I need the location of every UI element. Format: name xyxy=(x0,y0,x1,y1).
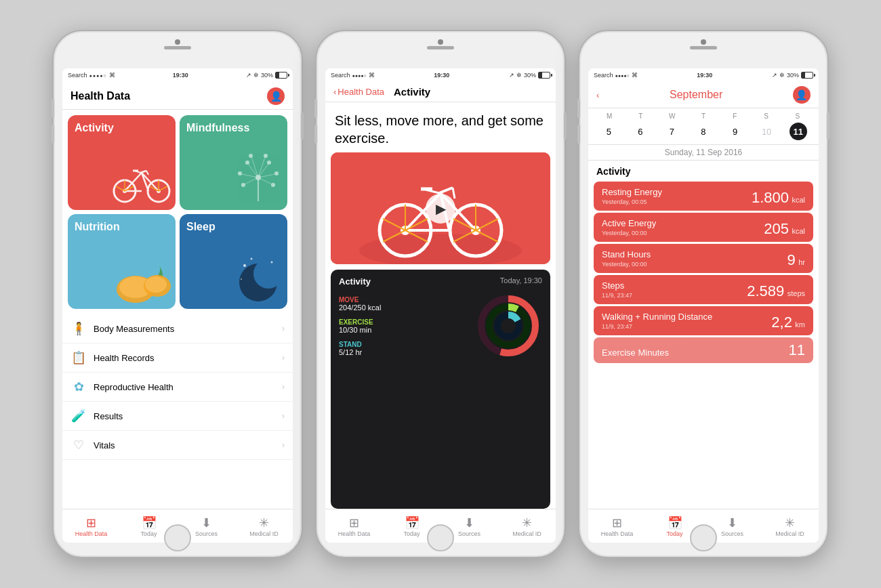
bt-icon-2: ✲ xyxy=(516,72,522,79)
tile-sleep-label: Sleep xyxy=(186,221,281,233)
nav-medical-label-2: Medical ID xyxy=(512,530,541,537)
chevron-records: › xyxy=(282,353,285,362)
back-label-2: Search xyxy=(331,72,350,79)
svg-line-15 xyxy=(116,186,125,191)
signal-dots-1: ●●●●○ xyxy=(89,73,107,78)
stat-stand-sub: Yesterday, 00:00 xyxy=(602,261,651,268)
nav-health-label-1: Health Data xyxy=(75,530,108,537)
menu-item-body[interactable]: 🧍 Body Measurements › xyxy=(62,314,293,343)
stats-list: Resting Energy Yesterday, 00:05 1.800 kc… xyxy=(588,180,819,509)
power-btn-3 xyxy=(827,112,829,140)
calendar-month: September xyxy=(670,89,722,101)
nav-medical-icon-3: ✳ xyxy=(785,517,795,529)
tile-nutrition[interactable]: Nutrition xyxy=(68,214,176,309)
back-button-3[interactable]: ‹ xyxy=(596,90,599,100)
nav-medical-icon-2: ✳ xyxy=(522,517,532,529)
wifi-icon-2: ⌘ xyxy=(369,72,375,79)
menu-item-vitals[interactable]: ♡ Vitals › xyxy=(62,431,293,460)
cal-day-6[interactable]: 6 xyxy=(632,123,649,140)
power-btn-2 xyxy=(564,112,567,140)
chevron-body: › xyxy=(282,324,285,333)
stat-walking-sub: 11/9, 23:47 xyxy=(602,323,712,330)
nav-today-label-3: Today xyxy=(666,530,682,537)
phone-3: Search ●●●●○ ⌘ 19:30 ↗ ✲ 30% ‹ September… xyxy=(578,30,829,558)
stat-active-big: 205 xyxy=(764,220,789,237)
body-icon: 🧍 xyxy=(70,321,87,336)
video-thumbnail[interactable]: ▶ xyxy=(331,152,550,264)
cal-day-5[interactable]: 5 xyxy=(600,123,617,140)
nav-sources-icon-1: ⬇ xyxy=(201,517,211,529)
signal-dots-2: ●●●●○ xyxy=(352,73,367,78)
cal-day-11[interactable]: 11 xyxy=(790,123,807,140)
cal-day-8[interactable]: 8 xyxy=(695,123,712,140)
stat-resting-value-area: 1.800 kcal xyxy=(752,190,805,205)
battery-icon-2 xyxy=(538,72,550,79)
home-button-1[interactable] xyxy=(164,524,191,551)
stat-steps[interactable]: Steps 11/9, 23:47 2.589 steps xyxy=(594,275,813,304)
day-h-w: W xyxy=(657,112,688,120)
tile-mindfulness-label: Mindfulness xyxy=(186,122,281,134)
screen-health-data: Health Data 👤 Activity xyxy=(62,82,293,543)
activity-card: Activity Today, 19:30 MOVE 204/250 kcal … xyxy=(331,270,550,509)
nav-medical-3[interactable]: ✳ Medical ID xyxy=(761,517,819,537)
menu-item-results[interactable]: 🧪 Results › xyxy=(62,402,293,431)
stat-resting-left: Resting Energy Yesterday, 00:05 xyxy=(602,187,662,205)
stat-stand-hours[interactable]: Stand Hours Yesterday, 00:00 9 hr xyxy=(594,244,813,273)
stat-exercise-minutes[interactable]: Exercise Minutes 11 xyxy=(594,337,813,363)
stand-value: 5/12 hr xyxy=(339,348,466,356)
stat-walking-distance[interactable]: Walking + Running Distance 11/9, 23:47 2… xyxy=(594,306,813,335)
nav-health-data-3[interactable]: ⊞ Health Data xyxy=(588,517,646,537)
back-label-1: Search xyxy=(68,72,87,79)
nav-sources-icon-2: ⬇ xyxy=(464,517,474,529)
nav-medical-1[interactable]: ✳ Medical ID xyxy=(235,517,293,537)
bt-icon-3: ✲ xyxy=(779,72,785,79)
tile-mindfulness[interactable]: Mindfulness xyxy=(180,115,287,210)
day-h-s2: S xyxy=(782,112,813,120)
svg-point-24 xyxy=(267,161,271,165)
home-button-2[interactable] xyxy=(427,524,454,551)
play-button[interactable]: ▶ xyxy=(426,194,455,224)
vol-down-btn-3 xyxy=(577,125,580,144)
nav-medical-2[interactable]: ✳ Medical ID xyxy=(498,517,556,537)
nav-health-data-2[interactable]: ⊞ Health Data xyxy=(325,517,383,537)
profile-avatar-3[interactable]: 👤 xyxy=(793,86,811,104)
stat-steps-unit: steps xyxy=(787,289,805,297)
signal-dots-3: ●●●●○ xyxy=(615,73,630,78)
day-h-m: M xyxy=(594,112,625,120)
status-bar-1: Search ●●●●○ ⌘ 19:30 ↗ ✲ 30% xyxy=(62,68,293,82)
dandelion-illustration xyxy=(234,144,282,205)
nav-today-label-1: Today xyxy=(140,530,157,537)
tile-sleep[interactable]: Sleep xyxy=(180,214,287,309)
nav-health-data-1[interactable]: ⊞ Health Data xyxy=(62,517,120,537)
cal-day-7[interactable]: 7 xyxy=(663,123,680,140)
menu-item-reproductive[interactable]: ✿ Reproductive Health › xyxy=(62,373,293,402)
svg-point-22 xyxy=(245,161,249,165)
reproductive-icon: ✿ xyxy=(70,379,87,394)
category-grid: Activity xyxy=(62,110,293,314)
back-label-3: Search xyxy=(594,72,613,79)
stat-active-energy[interactable]: Active Energy Yesterday, 00:00 205 kcal xyxy=(594,213,813,242)
wifi-icon-3: ⌘ xyxy=(632,72,638,79)
camera-3 xyxy=(701,39,706,45)
nav-medical-label-3: Medical ID xyxy=(775,530,804,537)
phone-screen-1: Search ●●●●○ ⌘ 19:30 ↗ ✲ 30% Health Data… xyxy=(62,68,293,543)
svg-point-28 xyxy=(274,171,279,175)
cal-day-9[interactable]: 9 xyxy=(726,123,744,140)
stat-resting-energy[interactable]: Resting Energy Yesterday, 00:05 1.800 kc… xyxy=(594,182,813,211)
stat-active-left: Active Energy Yesterday, 00:00 xyxy=(602,218,656,236)
profile-avatar-1[interactable]: 👤 xyxy=(267,87,285,105)
activity-card-header: Activity Today, 19:30 xyxy=(339,276,542,287)
stat-active-unit: kcal xyxy=(792,227,805,235)
menu-item-records[interactable]: 📋 Health Records › xyxy=(62,343,293,373)
svg-line-17 xyxy=(159,186,167,191)
svg-point-30 xyxy=(241,183,245,187)
back-button-2[interactable]: ‹ Health Data xyxy=(333,87,384,97)
tile-activity[interactable]: Activity xyxy=(68,115,176,210)
home-button-3[interactable] xyxy=(690,524,717,551)
nav-sources-icon-3: ⬇ xyxy=(727,517,737,529)
date-label: Sunday, 11 Sep 2016 xyxy=(588,145,819,161)
menu-vitals-label: Vitals xyxy=(94,440,115,450)
cal-day-10[interactable]: 10 xyxy=(758,123,775,140)
stat-resting-big: 1.800 xyxy=(752,189,789,206)
back-text-2: Health Data xyxy=(337,87,384,97)
